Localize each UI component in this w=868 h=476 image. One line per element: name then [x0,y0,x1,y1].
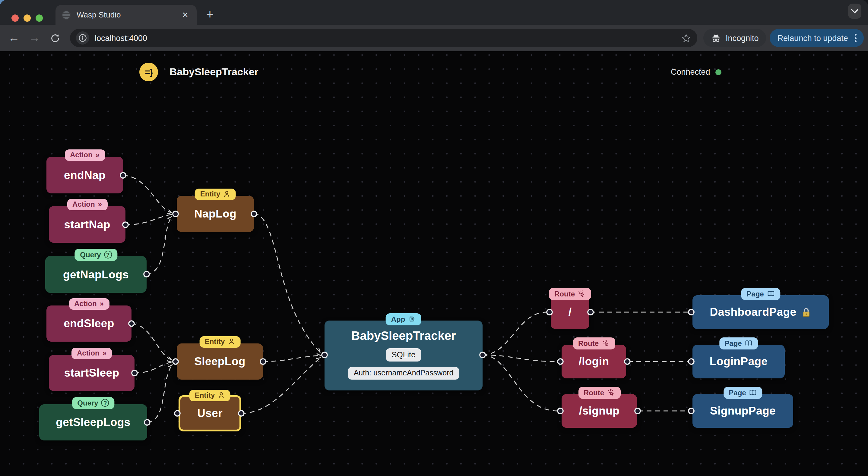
new-tab-button[interactable]: + [203,8,217,22]
browser-menu-kebab-icon[interactable] [853,34,858,42]
node-label: endSleep [46,305,131,342]
node-label: / [551,295,589,329]
node-label: DashboardPage [692,295,829,329]
node-page-signuppage[interactable]: Page SignupPage [692,394,793,428]
wasp-logo: =} [140,63,158,81]
relaunch-label: Relaunch to update [777,33,848,42]
close-window-button[interactable] [11,14,19,22]
node-route-signup[interactable]: Route /signup [562,394,637,428]
tab-close-icon[interactable]: ✕ [180,9,191,20]
node-entity-naplog[interactable]: Entity NapLog [177,196,254,232]
lock-icon [801,307,811,317]
back-button[interactable]: ← [5,30,22,46]
auth-badge: Auth: usernameAndPassword [348,367,459,380]
tab-search-button[interactable] [848,4,861,19]
node-entity-sleeplog[interactable]: Entity SleepLog [177,343,263,380]
node-query-getsleeplogs[interactable]: Query ? getSleepLogs [39,404,147,440]
site-info-button[interactable] [76,31,89,44]
reload-icon [50,33,60,43]
node-page-loginpage[interactable]: Page LoginPage [692,345,785,378]
globe-favicon-icon [62,10,71,20]
node-label: getSleepLogs [39,404,147,440]
node-label: BabySleepTracker [351,329,456,343]
node-label: startNap [49,206,125,243]
node-query-getnaplogs[interactable]: Query ? getNapLogs [45,256,147,293]
minimize-window-button[interactable] [24,14,31,22]
node-label: /login [562,345,626,378]
browser-window: Wasp Studio ✕ + ← → [0,0,868,476]
desktop-background: Wasp Studio ✕ + ← → [0,0,868,476]
reload-button[interactable] [46,30,63,46]
node-action-startsleep[interactable]: Action » startSleep [49,355,134,391]
node-page-dashboardpage[interactable]: Page DashboardPage [692,295,829,329]
browser-toolbar: ← → localhost:4000 [0,25,868,51]
forward-button[interactable]: → [26,30,43,46]
node-label: LoginPage [692,345,785,378]
node-label: SleepLog [177,343,263,380]
node-label: NapLog [177,196,254,232]
database-badge: SQLite [386,348,421,362]
node-label: SignupPage [692,394,793,428]
node-action-endnap[interactable]: Action » endNap [46,157,123,194]
node-label: endNap [46,157,123,194]
incognito-badge: Incognito [703,29,766,47]
chevron-down-icon [851,9,858,13]
page-title: BabySleepTracker [169,66,258,78]
node-action-endsleep[interactable]: Action » endSleep [46,305,131,342]
node-label: getNapLogs [45,256,147,293]
node-action-startnap[interactable]: Action » startNap [49,206,125,243]
incognito-label: Incognito [726,33,759,42]
node-label: startSleep [49,355,134,391]
zoom-window-button[interactable] [36,14,43,22]
tab-wasp-studio[interactable]: Wasp Studio ✕ [56,5,197,25]
incognito-icon [711,33,721,43]
tab-title: Wasp Studio [76,10,180,19]
connected-dot-icon [716,69,722,75]
node-route-login[interactable]: Route /login [562,345,626,378]
tab-strip: Wasp Studio ✕ + [0,0,868,25]
bookmark-star-icon[interactable] [681,33,691,43]
node-entity-user[interactable]: Entity User [179,395,241,432]
address-bar[interactable]: localhost:4000 [70,29,697,47]
relaunch-to-update-button[interactable]: Relaunch to update [770,29,864,47]
connection-status-label: Connected [671,67,710,76]
page-label: DashboardPage [710,305,797,319]
node-app-babysleeptracker[interactable]: App BabySleepTracker SQLite Auth: userna… [324,320,483,390]
node-label: User [180,397,240,430]
url-text: localhost:4000 [95,33,681,42]
info-icon [79,34,87,42]
node-label: /signup [562,394,637,428]
node-route-root[interactable]: Route / [551,295,589,329]
connection-status: Connected [671,67,722,76]
